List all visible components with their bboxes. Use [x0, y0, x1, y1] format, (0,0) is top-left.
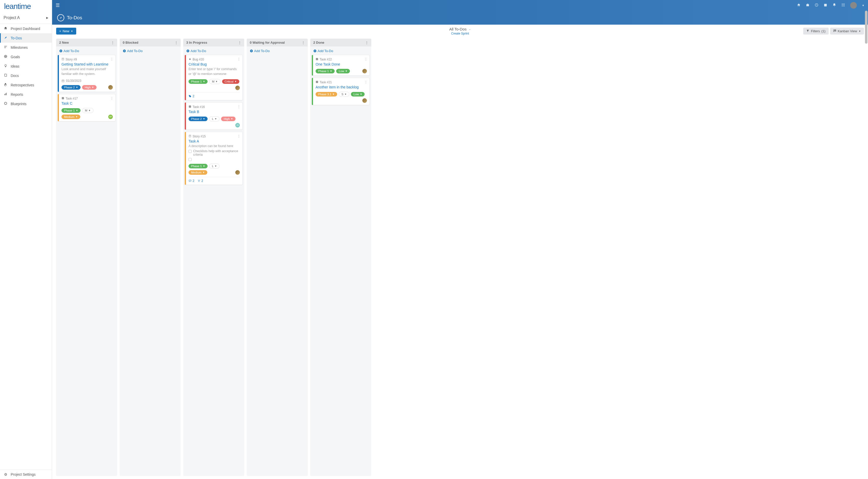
assignee-avatar[interactable] — [235, 170, 240, 175]
sidebar-item-project-dashboard[interactable]: Project Dashboard — [0, 24, 52, 33]
pill-medium[interactable]: Medium ▼ — [189, 170, 207, 175]
story-icon — [61, 58, 64, 61]
clock-icon[interactable] — [815, 3, 818, 8]
pill-phase-1[interactable]: Phase 1 ▼ — [189, 164, 208, 168]
card-title[interactable]: One Task Done — [316, 62, 367, 66]
chart-icon — [4, 92, 8, 97]
card[interactable]: ⋮ Story #9Getting Started with LeantimeL… — [58, 55, 116, 92]
add-todo-link[interactable]: Add To-Do — [310, 46, 371, 55]
project-selector[interactable]: Project A ▸ — [0, 12, 52, 24]
card[interactable]: ⋮ Story #15Task AA description can be fo… — [185, 132, 243, 185]
pill-phase-1[interactable]: Phase 1 ▼ — [189, 79, 208, 84]
pill-high[interactable]: High ▼ — [82, 85, 97, 90]
pill-m[interactable]: M ▼ — [209, 79, 221, 84]
checkbox-icon[interactable] — [189, 150, 192, 153]
sidebar-item-to-dos[interactable]: To-Dos — [0, 33, 52, 43]
new-button[interactable]: + New ▼ — [56, 28, 76, 35]
column-menu-icon[interactable]: ⋮ — [111, 41, 114, 44]
column-menu-icon[interactable]: ⋮ — [175, 41, 178, 44]
pill-l[interactable]: L ▼ — [209, 116, 220, 121]
sidebar-item-docs[interactable]: Docs — [0, 71, 52, 80]
sidebar-item-reports[interactable]: Reports — [0, 90, 52, 99]
pill-m[interactable]: M ▼ — [82, 108, 94, 113]
sidebar-item-milestones[interactable]: Milestones — [0, 43, 52, 52]
calendar-icon[interactable] — [824, 3, 827, 8]
svg-point-17 — [844, 5, 845, 5]
card-menu-icon[interactable]: ⋮ — [364, 57, 367, 61]
home-icon[interactable] — [797, 3, 801, 8]
sidebar-item-retrospectives[interactable]: Retrospectives — [0, 80, 52, 90]
card-title[interactable]: Task A — [189, 139, 240, 143]
subtasks-count[interactable]: 2 — [197, 179, 203, 183]
card[interactable]: ⋮ Task #22One Task DonePhase 1 ▼Low ▼ — [312, 55, 370, 76]
create-sprint-link[interactable]: Create Sprint — [449, 32, 471, 35]
hamburger-icon[interactable]: ☰ — [56, 3, 60, 8]
column-header: 2 Done ⋮ — [310, 39, 371, 46]
card[interactable]: ⋮ Task #17Task CPhase 1 ▼M ▼Medium ▼GF — [58, 94, 116, 121]
pill-medium[interactable]: Medium ▼ — [61, 115, 80, 119]
caret-down-icon: ▼ — [330, 70, 332, 72]
column-menu-icon[interactable]: ⋮ — [302, 41, 305, 44]
assignee-avatar[interactable] — [362, 98, 367, 103]
pill-l[interactable]: L ▼ — [209, 164, 220, 169]
card-editor-placeholder[interactable]: Enter text or type '/' for commands or '… — [189, 67, 240, 76]
card[interactable]: ⋮ Bug #20Critical BugEnter text or type … — [185, 55, 243, 100]
card-menu-icon[interactable]: ⋮ — [364, 80, 367, 84]
pill-low[interactable]: Low ▼ — [351, 92, 365, 97]
add-todo-link[interactable]: Add To-Do — [247, 46, 308, 55]
pill-phase-1[interactable]: Phase 1 ▼ — [61, 108, 81, 113]
card[interactable]: ⋮ Task #16Task BPhase 2 ▼L ▼High ▼JS — [185, 102, 243, 130]
sidebar-item-blueprints[interactable]: Blueprints — [0, 99, 52, 108]
card-title[interactable]: Another item in the backlog — [316, 85, 367, 89]
filters-button[interactable]: Filters (1) — [803, 28, 828, 35]
scrollbar[interactable] — [865, 11, 867, 44]
pill-phase-1[interactable]: Phase 1 ▼ — [316, 69, 335, 73]
card-title[interactable]: Getting Started with Leantime — [61, 62, 113, 66]
card-title[interactable]: Task B — [189, 110, 240, 114]
add-todo-link[interactable]: Add To-Do — [120, 46, 181, 55]
caret-down-icon[interactable]: ▼ — [862, 4, 864, 7]
assignee-avatar[interactable]: JS — [235, 123, 240, 127]
assignee-avatar[interactable] — [108, 85, 113, 90]
card-menu-icon[interactable]: ⋮ — [237, 134, 240, 138]
card-menu-icon[interactable]: ⋮ — [110, 57, 113, 61]
project-settings-link[interactable]: ⚙ Project Settings — [0, 470, 52, 479]
column-menu-icon[interactable]: ⋮ — [238, 41, 241, 44]
card-type: Task #21 — [316, 81, 367, 84]
card-menu-icon[interactable]: ⋮ — [237, 57, 240, 61]
card-date[interactable]: 01/20/2023 — [61, 79, 113, 83]
assignee-avatar[interactable] — [235, 86, 240, 90]
svg-rect-40 — [316, 58, 318, 60]
sidebar-item-goals[interactable]: Goals — [0, 52, 52, 61]
add-todo-link[interactable]: Add To-Do — [183, 46, 244, 55]
apps-icon[interactable] — [841, 3, 845, 8]
pill-critical[interactable]: Critical ▼ — [222, 79, 239, 84]
card-title[interactable]: Task C — [61, 101, 113, 105]
caret-right-icon: ▸ — [46, 15, 48, 20]
briefcase-icon[interactable] — [806, 3, 810, 8]
card-type: Bug #20 — [189, 58, 240, 61]
card[interactable]: ⋮ Task #21Another item in the backlogPha… — [312, 78, 370, 105]
pill-phase-3-1[interactable]: Phase 3.1 ▼ — [316, 92, 337, 97]
user-avatar[interactable] — [850, 2, 857, 9]
pill-s[interactable]: S ▼ — [339, 92, 350, 97]
tags-count[interactable]: 2 — [189, 94, 194, 98]
pill-high[interactable]: High ▼ — [221, 117, 236, 121]
checkbox-icon[interactable] — [189, 158, 192, 161]
card-menu-icon[interactable]: ⋮ — [237, 105, 240, 109]
assignee-avatar[interactable]: GF — [108, 115, 113, 119]
pill-low[interactable]: Low ▼ — [336, 69, 350, 73]
comments-count[interactable]: 2 — [189, 179, 194, 183]
view-button[interactable]: Kanban View ▼ — [830, 28, 864, 35]
board-filter-dropdown[interactable]: All To-Dos ⌄ — [449, 27, 471, 31]
logo[interactable]: leantime — [0, 0, 52, 12]
pill-phase-2[interactable]: Phase 2 ▼ — [61, 85, 81, 90]
card-title[interactable]: Critical Bug — [189, 62, 240, 66]
sidebar-item-ideas[interactable]: Ideas — [0, 61, 52, 71]
pill-phase-2[interactable]: Phase 2 ▼ — [189, 117, 208, 121]
assignee-avatar[interactable] — [362, 69, 367, 73]
add-todo-link[interactable]: Add To-Do — [56, 46, 117, 55]
bell-icon[interactable] — [832, 3, 836, 8]
card-menu-icon[interactable]: ⋮ — [110, 96, 113, 100]
column-menu-icon[interactable]: ⋮ — [365, 41, 368, 44]
